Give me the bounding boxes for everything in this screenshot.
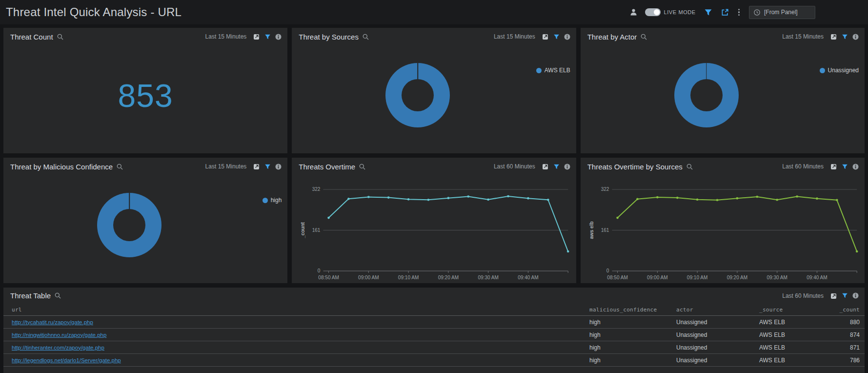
column-header-malicious-confidence[interactable]: malicious_confidence bbox=[589, 307, 676, 313]
panel-title: Threat Count bbox=[10, 33, 53, 41]
live-mode-label: LIVE MODE bbox=[664, 9, 696, 15]
info-icon[interactable] bbox=[275, 34, 282, 40]
cell-maliciousconfidence: high bbox=[589, 357, 676, 364]
svg-text:161: 161 bbox=[601, 228, 609, 233]
table-row: http://legendlogs.net/darlo1/Server/gate… bbox=[3, 354, 865, 367]
svg-text:09:10 AM: 09:10 AM bbox=[398, 275, 419, 280]
open-in-new-icon[interactable] bbox=[830, 163, 837, 170]
url-link[interactable]: http://legendlogs.net/darlo1/Server/gate… bbox=[12, 357, 121, 363]
open-in-new-icon[interactable] bbox=[253, 33, 260, 40]
time-range-label: Last 15 Minutes bbox=[494, 33, 535, 40]
kebab-menu-icon[interactable] bbox=[737, 8, 741, 17]
panel-title: Threats Overtime bbox=[299, 163, 355, 171]
cell-actor: Unassigned bbox=[676, 332, 759, 338]
time-range-label: Last 15 Minutes bbox=[205, 163, 247, 170]
dashboard-grid: Threat Count Last 15 Minutes 853 Threat … bbox=[0, 24, 868, 373]
svg-text:aws elb: aws elb bbox=[589, 221, 594, 239]
panel-filter-icon[interactable] bbox=[842, 34, 848, 40]
info-icon[interactable] bbox=[564, 164, 570, 170]
table-header-row: url malicious_confidence actor _source _… bbox=[3, 304, 865, 316]
panel-title: Threat by Sources bbox=[299, 33, 359, 41]
column-header-actor[interactable]: actor bbox=[676, 307, 759, 313]
column-header-source[interactable]: _source bbox=[759, 307, 823, 313]
cell-source: AWS ELB bbox=[759, 357, 823, 364]
legend-dot bbox=[536, 68, 542, 73]
cell-count: 880 bbox=[823, 319, 860, 326]
svg-text:09:40 AM: 09:40 AM bbox=[518, 275, 539, 280]
svg-text:09:00 AM: 09:00 AM bbox=[358, 275, 379, 280]
magnifier-icon[interactable] bbox=[641, 34, 647, 40]
info-icon[interactable] bbox=[275, 164, 282, 170]
threat-count-value: 853 bbox=[118, 77, 173, 114]
svg-text:09:40 AM: 09:40 AM bbox=[807, 275, 827, 280]
magnifier-icon[interactable] bbox=[55, 292, 61, 299]
cell-maliciousconfidence: high bbox=[589, 332, 676, 338]
share-icon[interactable] bbox=[721, 8, 729, 17]
panel-filter-icon[interactable] bbox=[264, 164, 271, 170]
svg-text:0: 0 bbox=[318, 269, 321, 274]
column-header-count[interactable]: _count bbox=[823, 307, 860, 313]
table-row: http://ningwitjohnno.ru/zapoy/gate.phphi… bbox=[3, 329, 865, 341]
open-in-new-icon[interactable] bbox=[830, 292, 837, 299]
panel-filter-icon[interactable] bbox=[553, 34, 560, 40]
cell-actor: Unassigned bbox=[676, 357, 759, 364]
panel-threats-overtime: Threats Overtime Last 60 Minutes 0161322… bbox=[292, 158, 576, 283]
open-in-new-icon[interactable] bbox=[542, 163, 549, 170]
time-range-label: Last 60 Minutes bbox=[782, 292, 824, 299]
panel-title: Threat Table bbox=[10, 291, 51, 300]
svg-text:09:30 AM: 09:30 AM bbox=[478, 275, 499, 280]
panel-filter-icon[interactable] bbox=[264, 34, 271, 40]
cell-actor: Unassigned bbox=[676, 319, 759, 326]
magnifier-icon[interactable] bbox=[686, 164, 693, 170]
cell-actor: Unassigned bbox=[676, 344, 759, 351]
info-icon[interactable] bbox=[852, 164, 859, 170]
legend-item[interactable]: high bbox=[262, 197, 282, 204]
svg-text:09:30 AM: 09:30 AM bbox=[767, 275, 787, 280]
url-link[interactable]: http://tinheranter.com/zapoy/gate.php bbox=[12, 345, 104, 351]
info-icon[interactable] bbox=[852, 34, 859, 40]
svg-text:09:00 AM: 09:00 AM bbox=[647, 275, 667, 280]
magnifier-icon[interactable] bbox=[57, 34, 63, 40]
table-row: http://tycahatit.ru/zapoy/gate.phphighUn… bbox=[3, 316, 865, 329]
info-icon[interactable] bbox=[564, 34, 570, 40]
svg-text:322: 322 bbox=[312, 187, 321, 192]
svg-text:09:20 AM: 09:20 AM bbox=[438, 275, 459, 280]
topbar-controls: LIVE MODE [From Panel] bbox=[630, 6, 816, 19]
user-icon[interactable] bbox=[630, 9, 637, 16]
legend-item[interactable]: AWS ELB bbox=[536, 67, 570, 74]
line-chart: 016132208:50 AM09:00 AM09:10 AM09:20 AM0… bbox=[292, 175, 576, 283]
open-in-new-icon[interactable] bbox=[253, 163, 260, 170]
svg-text:08:50 AM: 08:50 AM bbox=[319, 275, 339, 280]
svg-text:161: 161 bbox=[312, 228, 321, 233]
magnifier-icon[interactable] bbox=[117, 164, 123, 170]
svg-text:09:20 AM: 09:20 AM bbox=[727, 275, 747, 280]
url-link[interactable]: http://ningwitjohnno.ru/zapoy/gate.php bbox=[12, 332, 106, 338]
panel-filter-icon[interactable] bbox=[842, 292, 848, 299]
filter-icon[interactable] bbox=[704, 8, 712, 17]
panel-filter-icon[interactable] bbox=[842, 164, 848, 170]
column-header-url[interactable]: url bbox=[12, 307, 589, 313]
magnifier-icon[interactable] bbox=[359, 164, 365, 170]
url-link[interactable]: http://tycahatit.ru/zapoy/gate.php bbox=[12, 319, 93, 325]
live-mode-toggle[interactable] bbox=[645, 8, 661, 16]
time-range-label: Last 15 Minutes bbox=[782, 33, 824, 40]
toggle-knob bbox=[654, 9, 660, 15]
open-in-new-icon[interactable] bbox=[830, 33, 837, 40]
cell-count: 786 bbox=[823, 357, 860, 364]
open-in-new-icon[interactable] bbox=[542, 33, 549, 40]
table-row: http://tinheranter.com/zapoy/gate.phphig… bbox=[3, 341, 865, 354]
magnifier-icon[interactable] bbox=[363, 34, 369, 40]
cell-count: 871 bbox=[823, 344, 860, 351]
line-chart-threats-overtime-by-sources: 016132208:50 AM09:00 AM09:10 AM09:20 AM0… bbox=[581, 175, 865, 283]
info-icon[interactable] bbox=[852, 292, 859, 299]
panel-threat-by-sources: Threat by Sources Last 15 Minutes AWS EL… bbox=[292, 28, 576, 153]
cell-source: AWS ELB bbox=[759, 344, 823, 351]
time-selector[interactable]: [From Panel] bbox=[749, 6, 815, 19]
legend-item[interactable]: Unassigned bbox=[820, 67, 859, 74]
table-body: http://tycahatit.ru/zapoy/gate.phphighUn… bbox=[3, 316, 865, 367]
cell-source: AWS ELB bbox=[759, 319, 823, 326]
time-range-label: Last 60 Minutes bbox=[782, 163, 824, 170]
panel-filter-icon[interactable] bbox=[553, 164, 560, 170]
cell-maliciousconfidence: high bbox=[589, 344, 676, 351]
line-chart-threats-overtime: 016132208:50 AM09:00 AM09:10 AM09:20 AM0… bbox=[292, 175, 576, 283]
